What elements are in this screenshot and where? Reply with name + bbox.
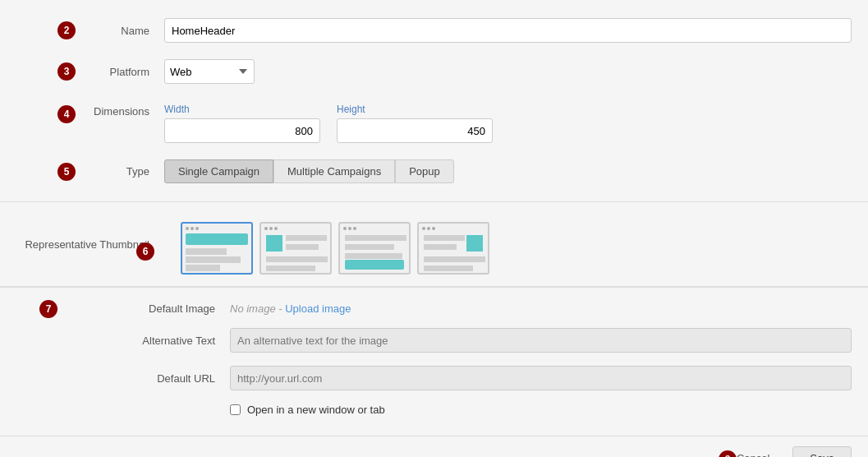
thumbnails-group	[181, 222, 489, 275]
type-popup-button[interactable]: Popup	[395, 159, 454, 183]
no-image-text: No image	[230, 302, 276, 315]
platform-select[interactable]: Web Mobile Tablet	[164, 59, 255, 84]
type-group: Single Campaign Multiple Campaigns Popup	[164, 159, 454, 183]
default-url-input[interactable]	[230, 366, 852, 390]
default-url-row: Default URL	[16, 359, 852, 397]
new-window-row: Open in a new window or tab	[16, 397, 852, 422]
thumbnail-1[interactable]	[181, 222, 253, 275]
new-window-checkbox[interactable]	[230, 404, 241, 415]
step-6-badge: 6	[136, 242, 154, 261]
step-7-badge: 7	[39, 300, 57, 318]
footer-bar: 8 Cancel Save	[0, 436, 868, 457]
step-5-badge-area: 5	[16, 163, 82, 181]
width-input[interactable]	[164, 118, 320, 143]
separator: -	[276, 302, 286, 315]
thumbnail-2[interactable]	[259, 222, 332, 275]
type-label: Type	[82, 165, 164, 178]
alt-text-input[interactable]	[230, 328, 852, 353]
type-multiple-campaigns-button[interactable]: Multiple Campaigns	[273, 159, 395, 183]
height-field: Height	[337, 104, 493, 143]
alt-text-label: Alternative Text	[16, 335, 230, 347]
upload-image-link[interactable]: Upload image	[285, 302, 351, 315]
thumbnail-label: Representative Thumbnail	[25, 238, 149, 251]
step-2-badge-area: 2	[16, 21, 82, 39]
dimensions-group: Width Height	[164, 104, 493, 143]
step-4-badge: 4	[57, 105, 76, 123]
step-4-badge-area: 4	[16, 104, 82, 123]
new-window-label: Open in a new window or tab	[247, 404, 385, 416]
default-url-label: Default URL	[16, 372, 230, 385]
thumbnail-section: Representative Thumbnail 6	[0, 202, 868, 287]
step-2-badge: 2	[57, 21, 76, 39]
thumbnail-4[interactable]	[417, 222, 489, 275]
height-input[interactable]	[337, 118, 493, 143]
name-input[interactable]	[164, 18, 852, 43]
thumbnail-3[interactable]	[338, 222, 411, 275]
form-container: 2 Name 3 Platform Web Mobile Tablet 4 Di…	[0, 0, 868, 457]
step-8-badge: 8	[719, 450, 737, 457]
step-5-badge: 5	[57, 163, 76, 181]
default-image-row: 7 Default Image No image - Upload image	[16, 296, 852, 321]
save-button[interactable]: Save	[792, 446, 852, 457]
step-3-badge-area: 3	[16, 62, 82, 81]
width-label: Width	[164, 104, 320, 115]
alt-text-row: Alternative Text	[16, 321, 852, 359]
step-3-badge: 3	[57, 62, 76, 81]
image-section: 7 Default Image No image - Upload image …	[0, 288, 868, 431]
height-label: Height	[337, 104, 493, 115]
type-single-campaign-button[interactable]: Single Campaign	[164, 159, 273, 183]
platform-label: Platform	[82, 66, 164, 78]
name-label: Name	[82, 25, 164, 37]
dimensions-label: Dimensions	[82, 104, 164, 118]
width-field: Width	[164, 104, 320, 143]
